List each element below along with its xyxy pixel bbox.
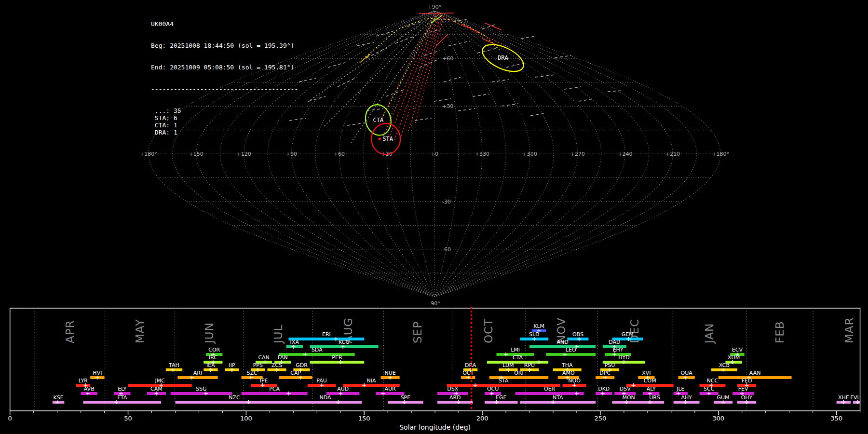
shower-label-NCC: NCC bbox=[707, 378, 719, 384]
shower-label-FEV: FEV bbox=[738, 386, 748, 392]
shower-label-PSU: PSU bbox=[605, 362, 615, 368]
meteor-track bbox=[380, 16, 435, 121]
shower-label-LMI: LMI bbox=[511, 347, 520, 353]
sporadic-meteor-trail bbox=[502, 104, 518, 106]
shower-label-KCG: KCG bbox=[339, 339, 350, 345]
shower-label-AUR: AUR bbox=[384, 386, 396, 392]
shower-label-NDA: NDA bbox=[319, 394, 331, 401]
shower-label-COR: COR bbox=[208, 347, 220, 353]
shower-bar-AAN bbox=[719, 376, 792, 379]
shower-bar-STA bbox=[447, 384, 560, 387]
shower-label-DSX: DSX bbox=[447, 386, 458, 392]
shower-label-IRC: IRC bbox=[209, 354, 217, 361]
sky-lon-label: +180° bbox=[140, 151, 157, 157]
meteor-track bbox=[351, 16, 437, 143]
meteor-station-report: +180°+150+120+90+60+30+0+330+300+270+240… bbox=[0, 0, 868, 434]
shower-label-CAP: CAP bbox=[290, 370, 301, 376]
sky-lon-label: +240 bbox=[618, 151, 632, 157]
shower-label-AVB: AVB bbox=[84, 386, 95, 392]
shower-label-PCA: PCA bbox=[269, 386, 280, 392]
shower-label-OCU: OCU bbox=[487, 386, 499, 392]
shower-label-ETA: ETA bbox=[117, 394, 127, 401]
shower-label-STA: STA bbox=[499, 378, 509, 384]
shower-label-KSE: KSE bbox=[54, 394, 64, 401]
sporadic-meteor-trail bbox=[444, 77, 461, 82]
shower-counts: ...: 35 STA: 6 CTA: 1 DRA: 1 bbox=[151, 107, 298, 136]
shower-label-AAN: AAN bbox=[749, 370, 761, 376]
sporadic-meteor-trail bbox=[299, 78, 316, 82]
shower-label-AMO: AMO bbox=[562, 370, 575, 376]
shower-label-FED: FED bbox=[742, 378, 752, 384]
sky-lon-label: +60 bbox=[334, 151, 345, 157]
shower-label-SZC: SZC bbox=[247, 370, 258, 376]
sporadic-meteor-trail bbox=[473, 94, 489, 96]
shower-label-ARD: ARD bbox=[449, 394, 461, 401]
shower-label-CAM: CAM bbox=[150, 386, 163, 392]
sky-lon-label: +90 bbox=[286, 151, 297, 157]
shower-label-SSG: SSG bbox=[196, 386, 207, 392]
sporadic-meteor-trail bbox=[477, 48, 497, 53]
shower-label-EHY: EHY bbox=[613, 347, 624, 353]
shower-label-NOO: NOO bbox=[568, 378, 581, 384]
sky-lon-label: +270 bbox=[570, 151, 584, 157]
shower-label-HVI: HVI bbox=[93, 370, 102, 376]
shower-label-XCB: XCB bbox=[719, 362, 730, 368]
meteor-track bbox=[436, 34, 448, 46]
shower-label-DAD: DAD bbox=[609, 339, 620, 345]
shower-label-SLD: SLD bbox=[529, 331, 540, 338]
sporadic-meteor-trail bbox=[521, 36, 535, 39]
shower-label-AHY: AHY bbox=[681, 394, 692, 401]
shower-label-AUD: AUD bbox=[337, 386, 349, 392]
sky-grid-meridian bbox=[387, 11, 434, 297]
shower-bar-NDA bbox=[289, 401, 362, 404]
shower-label-CTA: CTA bbox=[513, 354, 523, 361]
sporadic-meteor-trail bbox=[309, 96, 326, 101]
shower-label-DSV: DSV bbox=[620, 386, 631, 392]
x-tick-label: 200 bbox=[476, 415, 488, 422]
shower-bar-NZC bbox=[175, 401, 293, 404]
shower-label-XUM: XUM bbox=[728, 354, 740, 361]
shower-bar-CAP bbox=[279, 376, 312, 379]
sporadic-meteor-trail bbox=[328, 63, 345, 68]
sky-lon-label: +0 bbox=[431, 151, 438, 157]
meteor-track bbox=[440, 15, 502, 44]
shower-label-EVI: EVI bbox=[850, 394, 859, 401]
shower-label-IEA: IEA bbox=[206, 362, 215, 368]
observation-summary: UK00A4 Beg: 20251008 18:44:50 (sol = 195… bbox=[151, 6, 298, 150]
shower-label-URS: URS bbox=[649, 394, 660, 401]
shower-bar-LEO bbox=[546, 353, 596, 356]
sporadic-meteor-trail bbox=[338, 77, 357, 87]
shower-bar-MON bbox=[612, 401, 645, 404]
sky-lat-label: -30 bbox=[442, 199, 451, 205]
shower-label-MON: MON bbox=[622, 394, 635, 401]
shower-label-DPC: DPC bbox=[599, 370, 610, 376]
sky-lon-label: +120 bbox=[236, 151, 251, 157]
shower-bar-NTA bbox=[520, 401, 596, 404]
shower-bar-AND bbox=[529, 345, 596, 348]
shower-label-IPE: IPE bbox=[260, 378, 268, 384]
x-tick-label: 300 bbox=[712, 415, 724, 422]
sky-lon-label: +150 bbox=[189, 151, 203, 157]
shower-label-DRA: DRA bbox=[465, 362, 476, 368]
station-id: UK00A4 bbox=[151, 20, 298, 27]
shower-label-COM: COM bbox=[644, 378, 656, 384]
shower-bar-ARI bbox=[177, 376, 217, 379]
x-tick-label: 100 bbox=[240, 415, 252, 422]
shower-label-SCC: SCC bbox=[704, 386, 715, 392]
x-axis-label: Solar longitude (deg) bbox=[399, 423, 471, 431]
summary-divider: --------------------------------------- bbox=[151, 85, 298, 93]
shower-label-ELY: ELY bbox=[118, 386, 127, 392]
sporadic-meteor-trail bbox=[448, 41, 470, 46]
sporadic-meteor-trail bbox=[506, 63, 526, 68]
sporadic-meteor-trail bbox=[492, 80, 509, 82]
sporadic-meteor-trail bbox=[434, 99, 451, 101]
sky-lat-label: -90° bbox=[429, 300, 440, 307]
sporadic-meteor-trail bbox=[415, 118, 432, 121]
month-label-APR: APR bbox=[64, 320, 76, 343]
shower-bar-AUD bbox=[326, 392, 360, 395]
radiant-label-STA: STA bbox=[382, 136, 393, 142]
shower-label-LYR: LYR bbox=[79, 378, 88, 384]
activity-timeline: APRMAYJUNJULAUGSEPOCTNOVDECJANFEBMAR0501… bbox=[8, 307, 860, 431]
sporadic-meteor-trail bbox=[579, 99, 593, 101]
shower-label-OER: OER bbox=[544, 386, 556, 392]
